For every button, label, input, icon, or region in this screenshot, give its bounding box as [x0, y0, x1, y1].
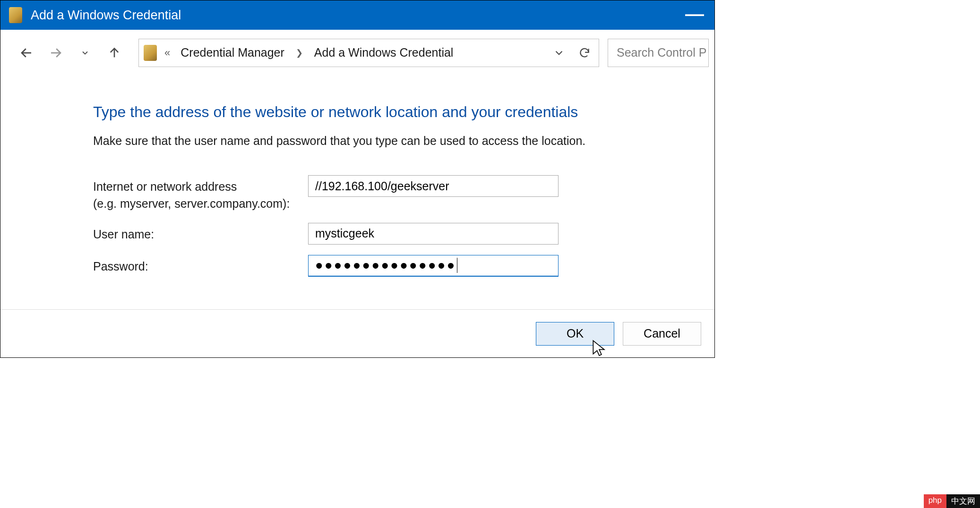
forward-button[interactable]: [41, 39, 70, 67]
window-title: Add a Windows Credential: [31, 8, 181, 23]
address-history-chevron-icon: «: [162, 47, 173, 59]
watermark-badge: php 中文网: [924, 494, 980, 508]
titlebar: Add a Windows Credential: [0, 0, 714, 30]
window-frame: Add a Windows Credential « Credential Ma…: [0, 0, 715, 358]
address-field-label: Internet or network address (e.g. myserv…: [93, 175, 308, 212]
password-field-label: Password:: [93, 255, 308, 275]
ok-button[interactable]: OK: [536, 322, 614, 346]
recent-locations-button[interactable]: [70, 39, 100, 67]
search-input[interactable]: Search Control P: [608, 39, 709, 67]
credential-vault-icon: [9, 7, 22, 23]
password-input[interactable]: ●●●●●●●●●●●●●●●: [308, 255, 559, 277]
back-button[interactable]: [12, 39, 41, 67]
address-input[interactable]: [308, 175, 559, 197]
breadcrumb-segment[interactable]: Add a Windows Credential: [311, 46, 456, 59]
username-field-row: User name:: [93, 223, 714, 245]
address-bar[interactable]: « Credential Manager ❯ Add a Windows Cre…: [138, 39, 599, 67]
address-dropdown-button[interactable]: [549, 47, 569, 59]
page-subtext: Make sure that the user name and passwor…: [93, 134, 714, 148]
page-heading: Type the address of the website or netwo…: [93, 103, 714, 121]
up-button[interactable]: [100, 39, 129, 67]
address-field-row: Internet or network address (e.g. myserv…: [93, 175, 714, 212]
cancel-button[interactable]: Cancel: [623, 322, 701, 346]
breadcrumb-segment[interactable]: Credential Manager: [178, 46, 287, 59]
dialog-footer: OK Cancel: [0, 309, 714, 357]
watermark-right: 中文网: [946, 494, 980, 508]
credential-vault-icon: [144, 45, 157, 61]
minimize-button[interactable]: [680, 0, 709, 30]
navigation-toolbar: « Credential Manager ❯ Add a Windows Cre…: [0, 30, 714, 76]
username-input[interactable]: [308, 223, 559, 245]
chevron-right-icon: ❯: [292, 48, 307, 58]
content-area: Type the address of the website or netwo…: [0, 76, 714, 309]
text-caret: [457, 258, 458, 273]
search-placeholder: Search Control P: [617, 46, 706, 59]
username-field-label: User name:: [93, 223, 308, 243]
watermark-left: php: [924, 494, 946, 508]
refresh-button[interactable]: [574, 47, 595, 59]
password-field-row: Password: ●●●●●●●●●●●●●●●: [93, 255, 714, 277]
